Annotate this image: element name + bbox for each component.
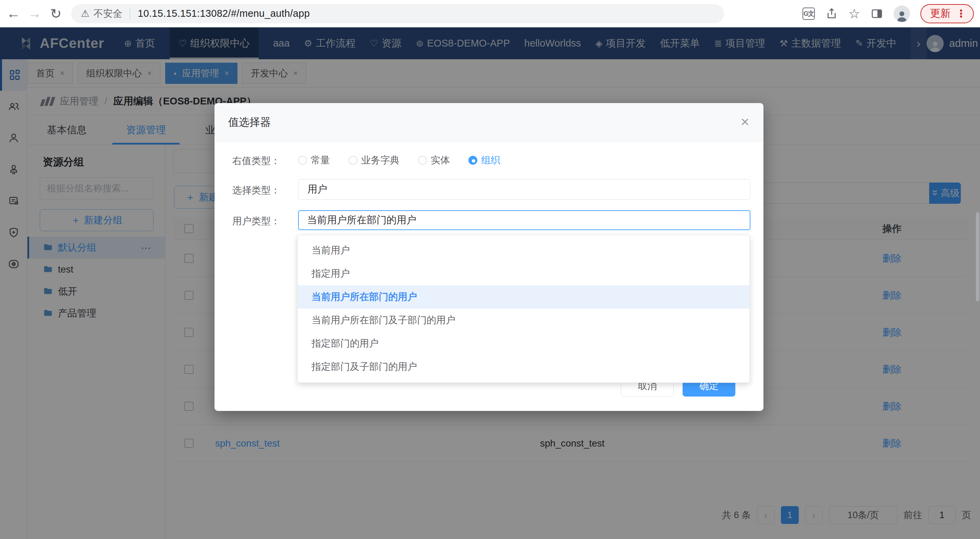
option-specified-dept-subdept-users[interactable]: 指定部门及子部门的用户 — [298, 355, 749, 378]
page-url[interactable]: 10.15.15.151:13082/#/menu_auth/app — [138, 8, 310, 19]
person-icon — [895, 9, 909, 22]
option-current-user-dept-users[interactable]: 当前用户所在部门的用户 — [298, 285, 749, 309]
radio-circle-icon — [468, 156, 477, 165]
browser-back-button[interactable]: ← — [3, 6, 24, 21]
browser-menu-icon[interactable]: ⋮ — [956, 8, 966, 19]
select-type-label: 选择类型： — [225, 184, 280, 197]
radio-entity[interactable]: 实体 — [418, 154, 450, 167]
value-selector-dialog: 值选择器 ✕ 右值类型： 常量 业务字典 实体 组织 选择类型： 用户 用户类型… — [215, 103, 764, 411]
browser-reload-button[interactable]: ↻ — [45, 6, 67, 22]
option-current-user[interactable]: 当前用户 — [298, 239, 749, 262]
right-type-row: 右值类型： 常量 业务字典 实体 组织 — [215, 154, 764, 166]
browser-profile-avatar[interactable] — [894, 5, 910, 22]
option-current-user-dept-subdept-users[interactable]: 当前用户所在部门及子部门的用户 — [298, 309, 749, 332]
warning-triangle-icon: ⚠ — [81, 8, 89, 19]
dialog-close-icon[interactable]: ✕ — [740, 116, 750, 128]
dialog-title: 值选择器 — [228, 115, 271, 130]
radio-circle-icon — [298, 156, 307, 165]
radio-constant[interactable]: 常量 — [298, 154, 330, 167]
browser-chrome: ← → ↻ ⚠ 不安全 10.15.15.151:13082/#/menu_au… — [0, 0, 980, 27]
scrollbar-thumb[interactable] — [976, 212, 979, 301]
right-type-radio-group: 常量 业务字典 实体 组织 — [298, 154, 500, 167]
radio-circle-icon — [348, 156, 357, 165]
user-type-select[interactable] — [298, 210, 751, 230]
translate-icon[interactable]: G文 — [802, 8, 815, 20]
screen: AFCenter ⊕首页 ♡组织权限中心 aaa ⚙工作流程 ♡资源 ⊚EOS8… — [0, 0, 980, 539]
radio-circle-icon — [418, 156, 427, 165]
user-type-label: 用户类型： — [225, 215, 280, 228]
side-panel-icon[interactable] — [870, 7, 883, 20]
user-type-dropdown: 当前用户 指定用户 当前用户所在部门的用户 当前用户所在部门及子部门的用户 指定… — [298, 235, 750, 383]
select-type-select[interactable]: 用户 — [298, 179, 751, 200]
security-label[interactable]: 不安全 — [94, 7, 123, 20]
share-icon[interactable] — [825, 7, 838, 20]
dialog-header: 值选择器 ✕ — [215, 103, 764, 141]
bookmark-star-icon[interactable]: ☆ — [848, 7, 860, 20]
address-bar[interactable]: ⚠ 不安全 10.15.15.151:13082/#/menu_auth/app — [71, 4, 724, 23]
option-specified-dept-users[interactable]: 指定部门的用户 — [298, 332, 749, 355]
address-bar-divider — [130, 8, 130, 19]
select-type-row: 选择类型： 用户 — [215, 179, 764, 200]
right-type-label: 右值类型： — [225, 154, 280, 168]
user-type-row: 用户类型： — [215, 210, 764, 230]
browser-forward-button[interactable]: → — [24, 6, 45, 21]
chrome-actions: G文 ☆ 更新 ⋮ — [802, 4, 974, 23]
option-specified-user[interactable]: 指定用户 — [298, 262, 749, 285]
radio-organization[interactable]: 组织 — [468, 154, 500, 167]
radio-business-dict[interactable]: 业务字典 — [348, 154, 399, 167]
browser-update-button[interactable]: 更新 ⋮ — [920, 4, 974, 23]
